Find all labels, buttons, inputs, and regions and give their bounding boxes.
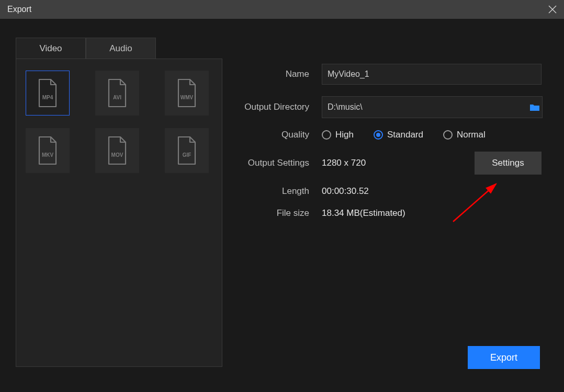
format-avi[interactable]: AVI (95, 71, 139, 116)
format-panel: Video Audio MP4AVIWMVMKVMOVGIF (16, 38, 222, 376)
quality-standard-radio[interactable]: Standard (374, 130, 423, 140)
file-icon: AVI (106, 78, 129, 108)
close-icon[interactable] (548, 5, 557, 14)
output-directory-label: Output Directory (228, 102, 322, 112)
svg-text:MKV: MKV (42, 152, 54, 158)
format-mkv[interactable]: MKV (26, 128, 70, 173)
file-icon: GIF (175, 136, 198, 165)
quality-high-radio[interactable]: High (322, 130, 354, 140)
filesize-label: File size (228, 208, 322, 218)
file-icon: MKV (36, 136, 59, 165)
settings-button[interactable]: Settings (475, 152, 542, 175)
format-mp4[interactable]: MP4 (26, 71, 70, 116)
format-gif[interactable]: GIF (165, 128, 209, 173)
folder-icon (529, 103, 540, 111)
svg-text:AVI: AVI (113, 95, 121, 100)
quality-high-label: High (335, 130, 354, 140)
length-value: 00:00:30.52 (322, 186, 548, 197)
svg-text:MP4: MP4 (42, 95, 53, 100)
quality-label: Quality (228, 130, 322, 140)
svg-text:GIF: GIF (183, 152, 191, 158)
tab-audio[interactable]: Audio (86, 38, 156, 59)
output-settings-value: 1280 x 720 (322, 158, 366, 168)
browse-folder-button[interactable] (527, 97, 542, 118)
filesize-value: 18.34 MB(Estimated) (322, 208, 548, 218)
file-icon: MOV (106, 136, 129, 165)
output-directory-input[interactable] (322, 97, 527, 118)
formats-container: MP4AVIWMVMKVMOVGIF (16, 59, 222, 367)
file-icon: MP4 (36, 78, 59, 108)
quality-normal-label: Normal (457, 130, 486, 140)
tab-video[interactable]: Video (16, 38, 86, 59)
window-title: Export (7, 5, 31, 14)
titlebar: Export (0, 0, 564, 19)
export-button[interactable]: Export (468, 346, 540, 369)
svg-text:WMV: WMV (181, 95, 194, 100)
name-input[interactable] (322, 64, 542, 85)
output-settings-label: Output Settings (228, 158, 322, 168)
quality-standard-label: Standard (387, 130, 423, 140)
settings-panel: Name Output Directory Quality (222, 38, 548, 376)
name-label: Name (228, 69, 322, 79)
svg-text:MOV: MOV (111, 152, 123, 158)
length-label: Length (228, 186, 322, 197)
tabs: Video Audio (16, 38, 222, 59)
format-wmv[interactable]: WMV (165, 71, 209, 116)
file-icon: WMV (175, 78, 198, 108)
format-mov[interactable]: MOV (95, 128, 139, 173)
export-dialog: Export Video Audio MP4AVIWMVMKVMOVGIF Na… (0, 0, 564, 392)
quality-normal-radio[interactable]: Normal (443, 130, 486, 140)
